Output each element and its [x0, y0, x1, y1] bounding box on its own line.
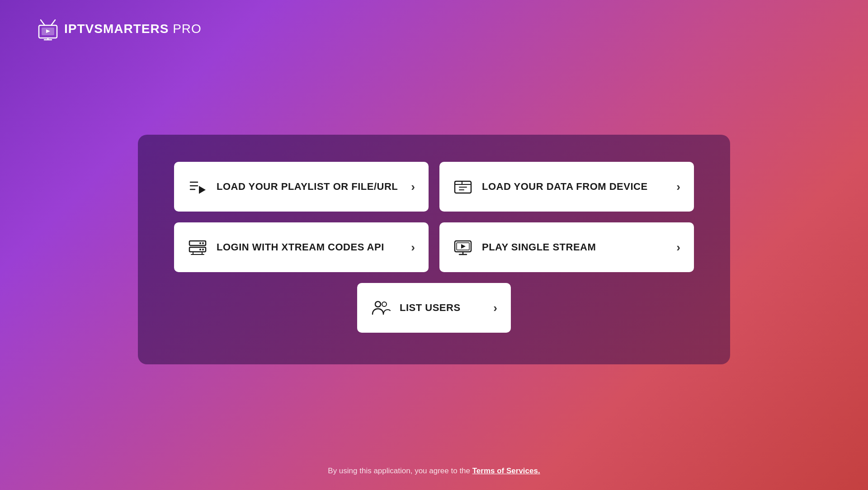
svg-point-31 [382, 302, 387, 306]
svg-line-2 [51, 20, 55, 25]
xtream-label: LOGIN WITH XTREAM CODES API [217, 241, 402, 253]
button-row-2: LOGIN WITH XTREAM CODES API › PLAY SINGL… [174, 222, 694, 272]
playlist-label: LOAD YOUR PLAYLIST OR FILE/URL [217, 181, 402, 193]
xtream-chevron: › [411, 240, 415, 254]
svg-marker-29 [461, 244, 466, 249]
playlist-icon [188, 177, 208, 197]
single-stream-chevron: › [676, 240, 680, 254]
terms-link[interactable]: Terms of Services. [472, 466, 540, 475]
svg-point-19 [202, 249, 204, 250]
single-stream-label: PLAY SINGLE STREAM [482, 241, 667, 253]
playlist-button[interactable]: LOAD YOUR PLAYLIST OR FILE/URL › [174, 162, 429, 212]
single-stream-button[interactable]: PLAY SINGLE STREAM › [439, 222, 694, 272]
button-row-1: LOAD YOUR PLAYLIST OR FILE/URL › LOAD YO… [174, 162, 694, 212]
svg-point-21 [199, 249, 201, 250]
xtream-icon [188, 237, 208, 257]
footer-text: By using this application, you agree to … [328, 466, 472, 475]
svg-point-30 [375, 302, 381, 307]
svg-point-20 [199, 242, 201, 244]
list-users-button[interactable]: LIST USERS › [357, 283, 511, 333]
list-users-chevron: › [493, 301, 497, 315]
logo-text: IPTVSMARTERS PRO [64, 22, 202, 36]
iptv-logo-icon [36, 17, 60, 41]
svg-point-18 [202, 242, 204, 244]
xtream-button[interactable]: LOGIN WITH XTREAM CODES API › [174, 222, 429, 272]
button-row-3: LIST USERS › [174, 283, 694, 333]
device-label: LOAD YOUR DATA FROM DEVICE [482, 181, 667, 193]
device-icon [453, 177, 473, 197]
logo: IPTVSMARTERS PRO [36, 17, 202, 41]
list-users-label: LIST USERS [400, 302, 484, 314]
device-chevron: › [676, 180, 680, 194]
device-button[interactable]: LOAD YOUR DATA FROM DEVICE › [439, 162, 694, 212]
svg-marker-10 [199, 187, 205, 193]
footer: By using this application, you agree to … [328, 466, 540, 476]
main-card: LOAD YOUR PLAYLIST OR FILE/URL › LOAD YO… [138, 135, 730, 364]
list-users-icon [371, 298, 391, 318]
playlist-chevron: › [411, 180, 415, 194]
single-stream-icon [453, 237, 473, 257]
svg-line-1 [41, 20, 45, 25]
